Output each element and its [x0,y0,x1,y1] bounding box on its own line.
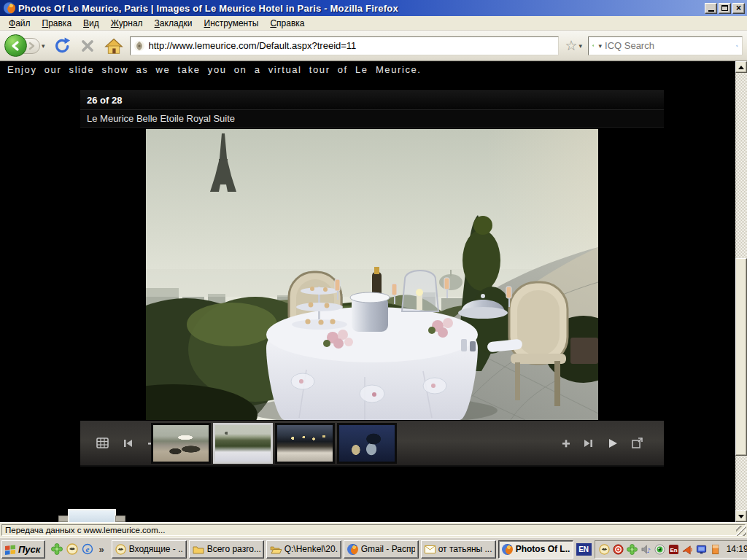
resize-grip[interactable] [736,526,746,536]
slide-title: Le Meurice Belle Etoile Royal Suite [80,110,664,128]
scroll-down-arrow-icon [738,515,744,518]
task-photos-active[interactable]: Photos Of L... [498,540,573,559]
thumbnail-terrace-lounge-day[interactable] [151,423,211,464]
background-window-edge-left [58,516,69,522]
internet-explorer-icon[interactable]: e [82,543,93,555]
background-window-top [68,509,116,522]
address-bar[interactable] [130,36,560,55]
task-mail-tatyana[interactable]: от татьяны ... [421,540,496,559]
reload-icon [52,36,71,55]
back-arrow-icon [9,39,23,52]
scroll-up-arrow-icon [738,66,744,69]
tray-icq-icon[interactable] [626,543,638,556]
browser-viewport: Enjoy our slide show as we take you on a… [0,61,747,522]
thumbnail-terrace-dinner-night[interactable] [275,423,335,464]
search-engine-caret[interactable]: ▾ [598,42,602,50]
scroll-down-button[interactable] [735,510,747,522]
quicklaunch-overflow-chevron[interactable]: » [97,544,105,555]
minimize-button[interactable] [705,3,717,14]
slide-photo-terrace-dinner [146,129,598,420]
menu-history[interactable]: Журнал [105,17,149,30]
thumbnail-terrace-dinner-sunset-selected[interactable] [213,423,273,464]
play-slideshow-button[interactable] [606,437,619,450]
bat-mail-icon [115,544,126,555]
taskbar-clock[interactable]: 14:19 [727,544,747,554]
close-icon: × [736,4,741,12]
thumbnail-strip [151,423,397,464]
folder-open-icon [270,545,282,554]
menu-bookmarks[interactable]: Закладки [149,17,198,30]
background-window-peek[interactable] [58,509,125,522]
language-indicator[interactable]: EN [576,543,592,556]
slideshow-toolbar [80,421,664,467]
mail-client-quicklaunch-icon[interactable] [66,543,78,555]
status-text: Передача данных с www.lemeurice.com... [1,524,746,536]
tray-sound-scheme-icon[interactable]: ♪ [640,543,652,556]
menu-file[interactable]: Файл [3,17,36,30]
folder-icon [193,545,204,554]
task-gmail[interactable]: Gmail - Распр... [344,540,419,559]
scrollbar-thumb[interactable] [735,258,747,456]
back-button[interactable] [4,34,27,57]
tray-antivirus-eye-icon[interactable] [654,543,666,556]
search-box[interactable]: ▾ [588,36,743,55]
menu-tools[interactable]: Инструменты [198,17,265,30]
history-dropdown-caret[interactable]: ▾ [42,42,45,50]
envelope-icon [425,545,436,553]
navigation-toolbar: ▾ ☆ ▾ [0,31,747,61]
task-inbox[interactable]: Входящие - ... [112,540,187,559]
menu-view[interactable]: Вид [77,17,105,30]
first-slide-button[interactable] [122,438,133,449]
menu-bar: Файл Правка Вид Журнал Закладки Инструме… [0,16,747,31]
windows-flag-icon [4,544,16,555]
task-explorer-henkel[interactable]: Q:\Henkel\20... [266,540,341,559]
search-magnifier-icon[interactable] [736,39,738,52]
url-input[interactable] [149,40,556,51]
start-label: Пуск [18,544,40,555]
restore-icon [721,5,728,11]
search-input[interactable] [605,40,733,51]
thumbnail-grid-button[interactable] [96,438,109,448]
stop-icon [79,37,96,55]
reload-button[interactable] [51,36,71,56]
menu-edit[interactable]: Правка [36,17,78,30]
skip-start-icon [122,438,133,449]
fullscreen-button[interactable] [631,437,643,449]
bookmark-star-icon[interactable]: ☆ [565,39,577,52]
tray-target-icon[interactable] [612,543,624,556]
system-tray: EN ♪ [576,540,747,559]
stop-button[interactable] [77,36,98,56]
page-intro-text: Enjoy our slide show as we take you on a… [7,64,422,75]
vertical-scrollbar[interactable] [735,61,747,522]
task-folder-vsego[interactable]: Всего разго... [189,540,264,559]
tray-display-icon[interactable] [695,543,708,556]
start-button[interactable]: Пуск [1,540,45,559]
tray-bat-mail-icon[interactable] [598,543,611,556]
icq-quicklaunch-icon[interactable] [51,543,63,555]
slide-counter: 26 of 28 [80,91,664,110]
home-button[interactable] [104,36,124,56]
thumbnail-rooftop-pavilion-night[interactable] [337,423,397,464]
play-icon [606,437,619,450]
tray-volume-icon[interactable] [681,543,694,556]
quick-launch-bar: e » [48,543,108,555]
zoom-in-button[interactable] [561,438,571,448]
last-slide-button[interactable] [583,438,595,449]
svg-text:e: e [86,545,90,553]
tray-punto-switcher-icon[interactable]: En [667,543,680,556]
desktop: Photos Of Le Meurice, Paris | Images of … [0,0,747,560]
grid-icon [96,438,109,448]
skip-end-icon [583,438,595,449]
svg-text:♪: ♪ [646,547,650,554]
home-icon [104,37,123,55]
svg-text:En: En [670,546,677,553]
window-titlebar: Photos Of Le Meurice, Paris | Images of … [0,0,747,16]
site-favicon [133,40,145,52]
menu-help[interactable]: Справка [264,17,310,30]
tray-ups-battery-icon[interactable] [709,543,721,556]
scroll-up-button[interactable] [735,61,747,73]
firefox-task-icon [502,544,513,555]
bookmark-dropdown-caret[interactable]: ▾ [578,42,582,50]
close-button[interactable]: × [732,3,745,14]
restore-button[interactable] [719,3,731,14]
